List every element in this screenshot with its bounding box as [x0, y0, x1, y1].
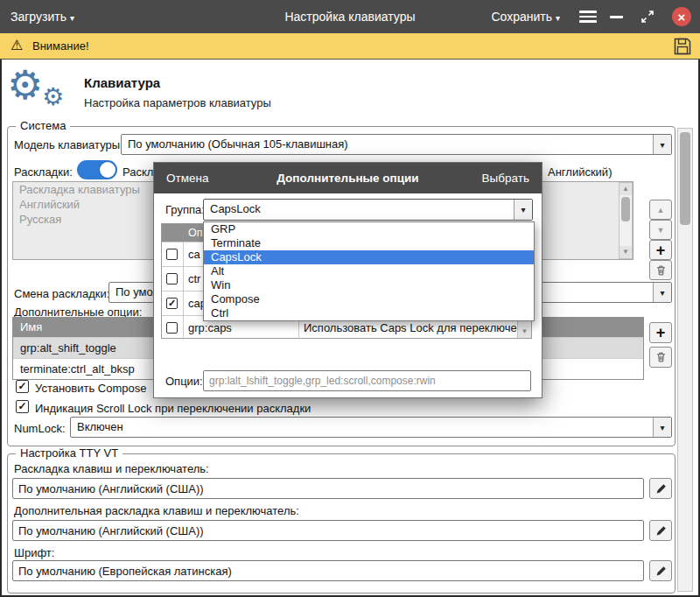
arrow-up-icon: ▲	[657, 206, 665, 214]
scrollbar-thumb[interactable]	[680, 132, 690, 225]
tty-layout-input[interactable]	[12, 478, 644, 499]
chevron-down-icon: ▾	[653, 135, 671, 154]
scroll-down-icon[interactable]: ▼	[620, 246, 632, 258]
arrow-down-icon: ▼	[657, 226, 665, 235]
tty-font-input[interactable]	[12, 560, 644, 581]
scroll-down-icon[interactable]: ▼	[518, 326, 531, 338]
titlebar: Загрузить▾ Настройка клавиатуры Сохранит…	[0, 0, 700, 33]
delete-option-button[interactable]	[649, 347, 672, 368]
dropdown-option[interactable]: Compose	[204, 292, 534, 306]
group-dropdown-list: GRP Terminate CapsLock Alt Win Compose C…	[203, 221, 535, 321]
scrolllock-checkbox[interactable]: ✓	[16, 400, 29, 413]
main-scrollbar[interactable]	[677, 128, 693, 592]
page-subtitle: Настройка параметров клавиатуры	[84, 96, 271, 109]
add-layout-button[interactable]: +	[649, 240, 672, 260]
menu-icon[interactable]	[579, 11, 597, 23]
dropdown-option[interactable]: Terminate	[204, 236, 534, 250]
layouts-text-fragment-right: Английский)	[548, 165, 612, 179]
dropdown-option[interactable]: Win	[204, 278, 534, 292]
expand-icon[interactable]	[640, 10, 654, 24]
plus-icon: +	[656, 242, 666, 258]
chevron-down-icon: ▾	[514, 200, 532, 220]
edit-tty-layout-button[interactable]	[649, 478, 672, 499]
check-icon: ✓	[18, 400, 26, 412]
save-menu-label: Сохранить	[491, 10, 552, 24]
move-layout-up-button[interactable]: ▲	[649, 200, 672, 220]
pencil-icon	[655, 483, 667, 495]
delete-layout-button[interactable]	[649, 260, 672, 280]
option-checkbox[interactable]: ✓	[166, 298, 178, 309]
tty-extra-layout-input[interactable]	[12, 520, 644, 541]
scrolllock-checkbox-label: Индикация Scroll Lock при переключении р…	[35, 402, 311, 415]
group-select-value: CapsLock	[210, 202, 511, 215]
system-legend: Система	[16, 119, 70, 132]
dropdown-option[interactable]: GRP	[204, 222, 534, 236]
options-string-label: Опции:	[165, 375, 203, 388]
check-icon: ✓	[18, 380, 26, 392]
tty-extra-layout-label: Дополнительная раскладка клавиш и перекл…	[14, 504, 299, 517]
layouts-label: Раскладки:	[14, 165, 73, 179]
save-menu-button[interactable]: Сохранить▾	[491, 10, 560, 24]
dialog-select-button[interactable]: Выбрать	[482, 172, 529, 185]
scroll-up-icon[interactable]: ▲	[620, 183, 632, 195]
gears-icon: ⚙	[7, 65, 43, 105]
close-button[interactable]: ×	[672, 7, 691, 26]
keyboard-model-label: Модель клавиатуры:	[14, 138, 123, 151]
warning-bar: ⚠ Внимание!	[0, 33, 700, 60]
tty-legend: Настройка TTY VT	[16, 446, 122, 460]
page-title: Клавиатура	[84, 75, 160, 90]
pencil-icon	[655, 565, 667, 577]
scrollbar-thumb[interactable]	[621, 197, 630, 221]
plus-icon: +	[656, 325, 666, 341]
extra-options-dialog: Отмена Дополнительные опции Выбрать Груп…	[153, 162, 542, 398]
pencil-icon	[655, 525, 667, 537]
compose-checkbox-label: Установить Compose	[35, 382, 146, 395]
option-checkbox[interactable]	[166, 273, 178, 284]
save-file-icon[interactable]	[672, 36, 693, 57]
layout-list-scrollbar[interactable]: ▲ ▼	[619, 182, 633, 259]
group-label: Группа:	[165, 203, 205, 216]
keyboard-settings-window: Загрузить▾ Настройка клавиатуры Сохранит…	[0, 0, 700, 597]
numlock-label: NumLock:	[14, 422, 66, 435]
chevron-down-icon: ▾	[653, 283, 671, 302]
numlock-select[interactable]: Включен ▾	[70, 417, 672, 438]
edit-tty-font-button[interactable]	[649, 560, 672, 581]
numlock-value: Включен	[77, 420, 650, 433]
tty-layout-label: Раскладка клавиш и переключатель:	[14, 462, 209, 475]
options-string-input[interactable]	[203, 370, 531, 391]
add-option-button[interactable]: +	[649, 322, 672, 343]
gear-small-icon: ⚙	[42, 85, 64, 109]
keyboard-model-value: По умолчанию (Обычная 105-клавишная)	[128, 137, 650, 151]
dropdown-option[interactable]: Ctrl	[204, 306, 534, 320]
tty-font-label: Шрифт:	[14, 546, 54, 559]
trash-icon	[655, 264, 667, 277]
edit-tty-extra-layout-button[interactable]	[649, 520, 672, 541]
minimize-button[interactable]	[610, 16, 623, 18]
chevron-down-icon: ▾	[653, 418, 671, 437]
check-icon: ✓	[168, 298, 176, 308]
dialog-header: Отмена Дополнительные опции Выбрать	[154, 163, 542, 193]
option-checkbox[interactable]	[166, 249, 178, 260]
layouts-text-fragment-left: Раскл	[122, 165, 153, 179]
dropdown-option[interactable]: Alt	[204, 264, 534, 278]
layout-switch-label: Смена раскладки:	[14, 287, 109, 300]
chevron-down-icon: ▾	[556, 13, 560, 23]
warning-label: Внимание!	[32, 39, 89, 53]
warning-icon: ⚠	[10, 37, 23, 53]
keyboard-model-select[interactable]: По умолчанию (Обычная 105-клавишная) ▾	[121, 134, 672, 155]
compose-checkbox[interactable]: ✓	[16, 380, 29, 393]
option-checkbox[interactable]	[166, 322, 178, 334]
toggle-knob	[100, 162, 116, 178]
layouts-toggle[interactable]	[77, 160, 117, 179]
trash-icon	[655, 351, 667, 363]
group-select[interactable]: CapsLock ▾	[203, 199, 533, 221]
close-icon: ×	[678, 10, 686, 25]
move-layout-down-button[interactable]: ▼	[649, 220, 672, 240]
dropdown-option-selected[interactable]: CapsLock	[204, 250, 534, 264]
